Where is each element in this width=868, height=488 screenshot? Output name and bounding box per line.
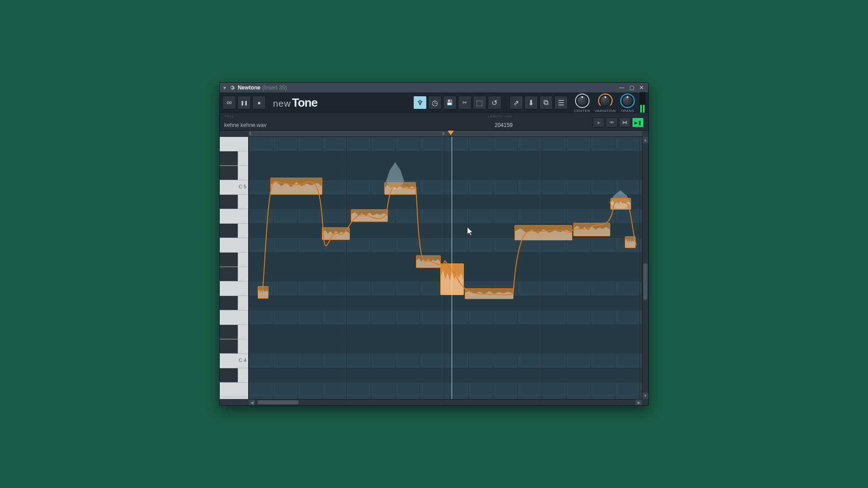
link-icon: ⧓ — [622, 119, 627, 126]
menu-caret-icon[interactable]: ▼ — [222, 85, 227, 90]
note-waveform — [351, 210, 387, 221]
loop-icon: ∞ — [226, 99, 231, 107]
note-grid[interactable] — [249, 137, 642, 399]
tool-link-button[interactable]: ⧓ — [619, 117, 631, 127]
piano-key[interactable] — [220, 238, 248, 253]
send-button[interactable]: ⇗ — [509, 96, 523, 109]
note-waveform — [271, 178, 322, 194]
piano-key[interactable]: C 5 — [220, 180, 248, 195]
logo-part1: new — [273, 99, 291, 109]
piano-key[interactable] — [220, 166, 248, 180]
close-button[interactable]: ✕ — [637, 84, 646, 91]
grid-row — [249, 296, 642, 310]
piano-key[interactable] — [220, 325, 248, 339]
piano-key[interactable] — [220, 253, 248, 267]
note-waveform — [625, 237, 635, 248]
playhead-marker-icon[interactable] — [448, 131, 454, 135]
grid-row — [249, 137, 642, 151]
grid-vline — [493, 137, 493, 399]
piano-key[interactable] — [220, 339, 248, 354]
piano-key[interactable] — [220, 383, 248, 397]
grid-vline — [420, 137, 420, 399]
pitch-mode-button[interactable]: ♆ — [413, 96, 427, 109]
playhead-line[interactable] — [452, 137, 452, 399]
piano-key[interactable] — [220, 267, 248, 282]
play-button[interactable]: ▶❚ — [632, 117, 644, 127]
ruler-mark: 2 — [442, 131, 444, 136]
play-icon: ▶❚ — [634, 120, 642, 125]
maximize-button[interactable]: ▢ — [627, 84, 636, 91]
pitch-note[interactable] — [573, 223, 610, 236]
pitch-note[interactable] — [610, 198, 631, 210]
pause-icon: ❚❚ — [241, 100, 248, 105]
grid-row — [249, 368, 642, 383]
copy-button[interactable]: ⧉ — [539, 96, 553, 109]
tool-glue-button[interactable]: ⚮ — [606, 117, 618, 127]
pitch-note[interactable] — [514, 225, 572, 240]
pitch-note[interactable] — [258, 286, 269, 299]
pitch-note[interactable] — [416, 255, 441, 268]
scroll-left-button[interactable]: ◀ — [249, 399, 255, 405]
window-subtitle: (Insert 35) — [262, 84, 287, 91]
piano-key[interactable] — [220, 310, 248, 325]
piano-key[interactable] — [220, 195, 248, 209]
piano-key[interactable] — [220, 209, 248, 224]
chain-icon: ⚮ — [609, 119, 614, 126]
filename[interactable]: kehne kehne.wav — [224, 122, 266, 128]
grid-vline — [371, 137, 371, 399]
timeline-ruler[interactable]: 12 — [249, 131, 642, 137]
plugin-window: ▼ Newtone (Insert 35) — ▢ ✕ ∞ ❚❚ ■ newTo… — [219, 82, 649, 406]
logo: newTone — [273, 96, 317, 110]
piano-key[interactable] — [220, 368, 248, 383]
piano-key[interactable] — [220, 296, 248, 310]
grid-vline — [297, 137, 298, 399]
note-waveform — [611, 198, 631, 209]
undo-button[interactable]: ↺ — [488, 96, 501, 109]
select-button[interactable]: ⬚ — [473, 96, 486, 109]
piano-key[interactable] — [220, 151, 248, 166]
horizontal-scrollbar[interactable]: ◀ ▶ — [249, 399, 642, 405]
paste-button[interactable]: ☰ — [554, 96, 568, 109]
pitch-note[interactable] — [440, 263, 464, 295]
pitch-note[interactable] — [625, 236, 636, 248]
note-waveform — [385, 183, 415, 194]
tuningfork-icon: ♆ — [417, 99, 423, 107]
stop-icon: ■ — [258, 100, 260, 105]
scroll-up-button[interactable]: ▲ — [642, 137, 648, 143]
scroll-right-button[interactable]: ▶ — [636, 399, 642, 405]
piano-key[interactable]: C 4 — [220, 354, 248, 368]
piano-roll-keys[interactable]: C 5C 4 — [220, 137, 249, 399]
piano-key[interactable] — [220, 137, 248, 151]
pitch-note[interactable] — [270, 178, 322, 195]
time-mode-button[interactable]: ◷ — [428, 96, 442, 109]
pitch-note[interactable] — [384, 182, 416, 195]
grid-vline — [273, 137, 274, 399]
paste-icon: ☰ — [558, 99, 564, 107]
piano-key[interactable] — [220, 282, 248, 296]
scroll-down-button[interactable]: ▼ — [642, 393, 648, 399]
save-icon: 💾 — [446, 99, 453, 106]
export-button[interactable]: ⬇ — [524, 96, 538, 109]
vscroll-thumb[interactable] — [643, 263, 647, 300]
gear-icon[interactable] — [229, 84, 235, 91]
variation-knob[interactable] — [598, 94, 613, 108]
loop-button[interactable]: ∞ — [222, 96, 236, 109]
trans-knob[interactable] — [620, 94, 635, 108]
pitch-note[interactable] — [351, 209, 388, 222]
pitch-note[interactable] — [322, 227, 350, 240]
piano-key[interactable] — [220, 224, 248, 238]
center-knob[interactable] — [575, 94, 590, 108]
pitch-note[interactable] — [465, 288, 514, 299]
logo-part2: Tone — [292, 96, 317, 110]
save-button[interactable]: 💾 — [443, 96, 457, 109]
cut-button[interactable]: ✂ — [458, 96, 472, 109]
tool-arrow-button[interactable]: ➤ — [593, 117, 604, 127]
stop-button[interactable]: ■ — [252, 96, 266, 109]
title-label: TITLE — [224, 114, 234, 118]
vertical-scrollbar[interactable]: ▲ ▼ — [642, 137, 648, 399]
hscroll-thumb[interactable] — [258, 400, 298, 404]
titlebar[interactable]: ▼ Newtone (Insert 35) — ▢ ✕ — [220, 83, 648, 93]
window-title: Newtone — [238, 84, 260, 91]
minimize-button[interactable]: — — [618, 84, 626, 91]
pause-button[interactable]: ❚❚ — [237, 96, 251, 109]
